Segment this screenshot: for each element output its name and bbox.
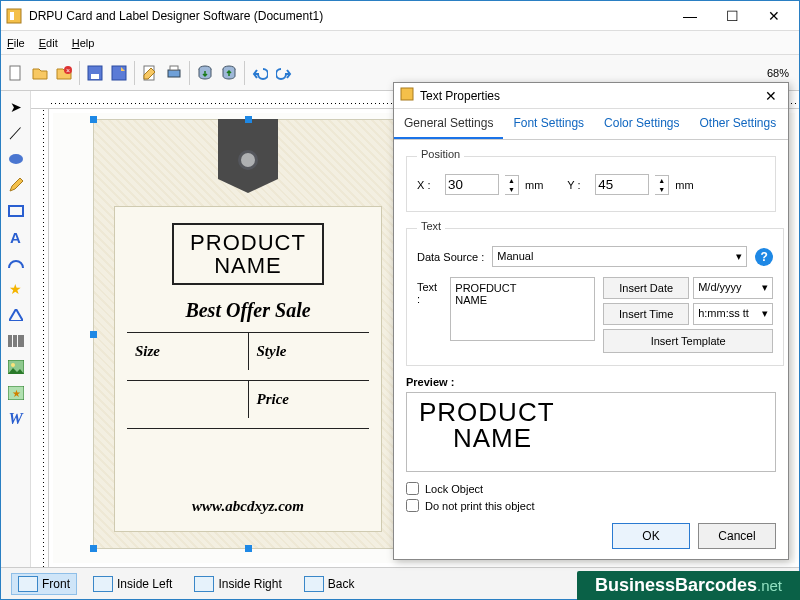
save-as-icon[interactable]	[108, 62, 130, 84]
help-icon[interactable]: ?	[755, 248, 773, 266]
page-icon	[304, 576, 324, 592]
text-legend: Text	[417, 220, 445, 232]
svg-rect-14	[9, 206, 23, 216]
tab-color-settings[interactable]: Color Settings	[594, 109, 689, 139]
db-in-icon[interactable]	[194, 62, 216, 84]
dialog-buttons: OK Cancel	[394, 517, 788, 559]
text-input[interactable]: PROFDUCT NAME	[450, 277, 595, 341]
y-spinner[interactable]: ▲▼	[655, 175, 669, 195]
print-icon[interactable]	[163, 62, 185, 84]
text-group: Text Data Source : Manual ▾ ? Text : PRO…	[406, 222, 784, 366]
no-print-checkbox[interactable]	[406, 499, 419, 512]
dialog-title: Text Properties	[420, 89, 760, 103]
data-source-select[interactable]: Manual ▾	[492, 246, 747, 267]
text-label: Text :	[417, 277, 442, 305]
dialog-body: Position X : ▲▼ mm Y : ▲▼ mm Text Data S…	[394, 140, 788, 517]
close-file-icon[interactable]: ×	[53, 62, 75, 84]
ellipse-tool-icon[interactable]	[6, 149, 26, 169]
zoom-level[interactable]: 68%	[767, 67, 795, 79]
no-print-label: Do not print this object	[425, 500, 534, 512]
tab-other-settings[interactable]: Other Settings	[689, 109, 786, 139]
svg-rect-7	[112, 66, 126, 80]
text-properties-dialog: Text Properties ✕ General Settings Font …	[393, 82, 789, 560]
time-format-select[interactable]: h:mm:ss tt▾	[693, 303, 773, 325]
star-tool-icon[interactable]: ★	[6, 279, 26, 299]
svg-rect-6	[91, 74, 99, 79]
tab-inside-right[interactable]: Inside Right	[188, 574, 287, 594]
new-icon[interactable]	[5, 62, 27, 84]
svg-rect-26	[401, 88, 413, 100]
wordart-tool-icon[interactable]: W	[6, 409, 26, 429]
svg-point-23	[11, 363, 15, 367]
rect-tool-icon[interactable]	[6, 201, 26, 221]
date-format-select[interactable]: M/d/yyyy▾	[693, 277, 773, 299]
db-out-icon[interactable]	[218, 62, 240, 84]
tab-font-settings[interactable]: Font Settings	[503, 109, 594, 139]
cancel-button[interactable]: Cancel	[698, 523, 776, 549]
x-input[interactable]	[445, 174, 499, 195]
insert-template-button[interactable]: Insert Template	[603, 329, 773, 353]
triangle-tool-icon[interactable]	[6, 305, 26, 325]
svg-rect-1	[10, 12, 14, 20]
chevron-down-icon: ▾	[762, 307, 768, 321]
x-label: X :	[417, 179, 439, 191]
x-spinner[interactable]: ▲▼	[505, 175, 519, 195]
chevron-down-icon: ▾	[762, 281, 768, 295]
page-icon	[93, 576, 113, 592]
svg-rect-9	[168, 70, 180, 77]
svg-text:×: ×	[66, 67, 70, 74]
barcode-tool-icon[interactable]	[6, 331, 26, 351]
data-source-label: Data Source :	[417, 251, 484, 263]
window-title: DRPU Card and Label Designer Software (D…	[29, 9, 669, 23]
menu-edit[interactable]: Edit	[39, 37, 58, 49]
insert-date-button[interactable]: Insert Date	[603, 277, 689, 299]
menu-file[interactable]: FFileile	[7, 37, 25, 49]
line-tool-icon[interactable]: ／	[6, 123, 26, 143]
watermark: BusinessBarcodes.net	[577, 571, 800, 600]
edit-icon[interactable]	[139, 62, 161, 84]
lock-object-label: Lock Object	[425, 483, 483, 495]
watermark-ext: .net	[757, 577, 782, 594]
x-unit: mm	[525, 179, 543, 191]
menu-help[interactable]: Help	[72, 37, 95, 49]
close-button[interactable]: ✕	[753, 3, 795, 29]
side-toolbar: ➤ ／ A ★ ★ W	[1, 91, 31, 567]
insert-time-button[interactable]: Insert Time	[603, 303, 689, 325]
tab-back[interactable]: Back	[298, 574, 361, 594]
selection-handles[interactable]	[93, 119, 403, 549]
lock-object-checkbox[interactable]	[406, 482, 419, 495]
pencil-tool-icon[interactable]	[6, 175, 26, 195]
maximize-button[interactable]: ☐	[711, 3, 753, 29]
arc-tool-icon[interactable]	[6, 253, 26, 273]
titlebar: DRPU Card and Label Designer Software (D…	[1, 1, 799, 31]
svg-rect-10	[170, 66, 178, 70]
svg-text:★: ★	[11, 388, 20, 399]
text-tool-icon[interactable]: A	[6, 227, 26, 247]
y-input[interactable]	[595, 174, 649, 195]
library-tool-icon[interactable]: ★	[6, 383, 26, 403]
tab-general-settings[interactable]: General Settings	[394, 109, 503, 139]
ok-button[interactable]: OK	[612, 523, 690, 549]
dialog-titlebar[interactable]: Text Properties ✕	[394, 83, 788, 109]
page-icon	[18, 576, 38, 592]
svg-rect-2	[10, 66, 20, 80]
svg-point-13	[9, 154, 23, 164]
select-tool-icon[interactable]: ➤	[6, 97, 26, 117]
tab-front[interactable]: Front	[11, 573, 77, 595]
undo-icon[interactable]	[249, 62, 271, 84]
watermark-brand: BusinessBarcodes	[595, 575, 757, 595]
ruler-vertical	[31, 109, 49, 567]
dialog-close-button[interactable]: ✕	[760, 88, 782, 104]
image-tool-icon[interactable]	[6, 357, 26, 377]
redo-icon[interactable]	[273, 62, 295, 84]
tab-inside-left[interactable]: Inside Left	[87, 574, 178, 594]
preview-label: Preview :	[406, 376, 776, 388]
dialog-icon	[400, 87, 414, 104]
position-group: Position X : ▲▼ mm Y : ▲▼ mm	[406, 150, 776, 212]
y-unit: mm	[675, 179, 693, 191]
minimize-button[interactable]: ―	[669, 3, 711, 29]
save-icon[interactable]	[84, 62, 106, 84]
open-icon[interactable]	[29, 62, 51, 84]
app-icon	[5, 7, 23, 25]
page-icon	[194, 576, 214, 592]
